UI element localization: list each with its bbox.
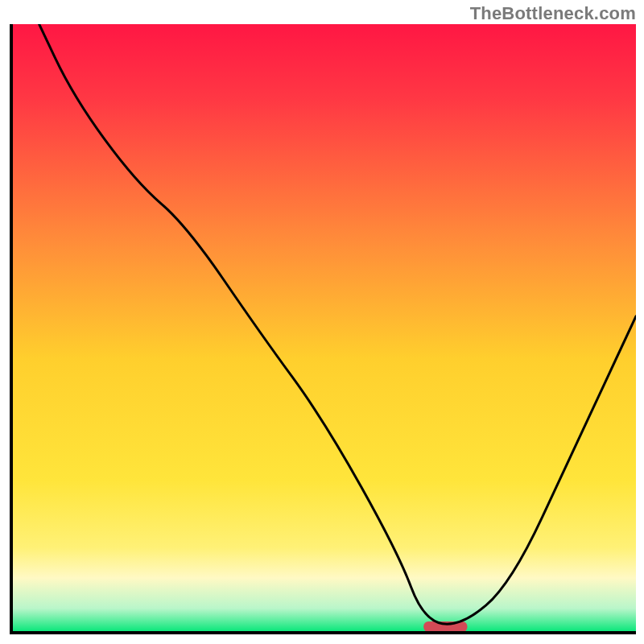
gradient-background [11,24,636,633]
watermark-label: TheBottleneck.com [470,3,636,24]
chart-container: TheBottleneck.com [0,0,644,644]
bottleneck-chart [0,0,644,644]
